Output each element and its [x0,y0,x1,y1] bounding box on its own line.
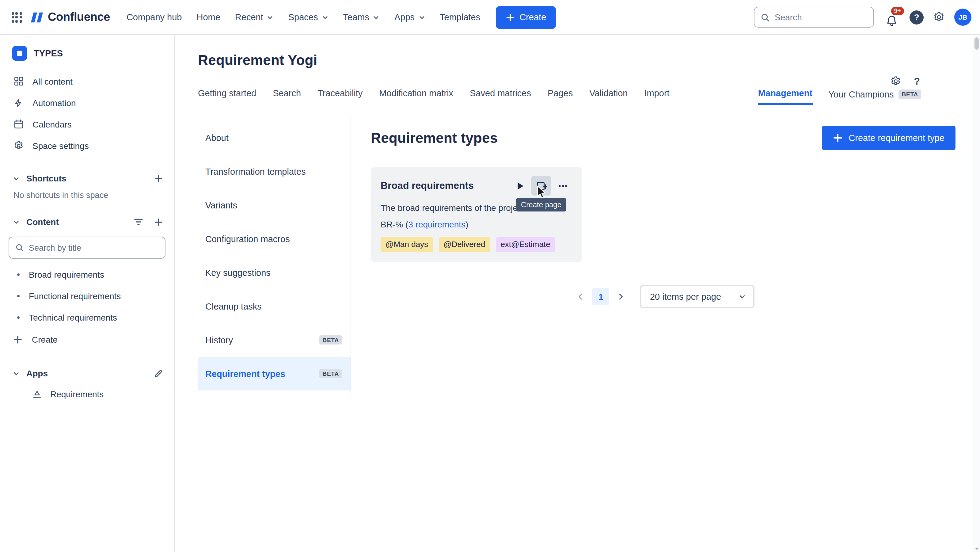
submenu-configuration-macros[interactable]: Configuration macros [198,222,350,256]
shortcuts-collapse-button[interactable] [9,171,23,186]
sidebar-item-space-settings[interactable]: Space settings [7,135,167,156]
notifications-button[interactable]: 9+ [883,7,900,27]
content-search-input[interactable] [29,243,159,252]
chevron-down-icon [738,293,746,300]
apps-collapse-button[interactable] [9,366,23,381]
nav-teams[interactable]: Teams [336,7,387,27]
edit-apps-button[interactable] [151,366,165,381]
plus-icon [154,217,163,226]
tab-getting-started[interactable]: Getting started [198,88,256,105]
chevron-down-icon [373,14,380,21]
global-search-box[interactable] [754,7,874,28]
main-content: Requirement Yogi ? Getting started Searc… [175,35,973,552]
space-sidebar: TYPES All content Automation Calendars S… [0,35,175,552]
plus-icon [505,13,514,22]
requirements-count-link[interactable]: 3 requirements [408,220,466,229]
card-tags: @Man days @Delivered ext@Estimate [380,237,573,251]
content-collapse-button[interactable] [9,215,23,229]
create-requirement-type-button[interactable]: Create requirement type [822,126,956,150]
help-icon: ? [914,76,920,87]
search-icon [760,13,770,22]
more-actions-button[interactable] [553,176,573,196]
help-button[interactable]: ? [910,10,924,24]
confluence-logo[interactable]: Confluence [29,10,110,24]
beta-badge: BETA [319,369,342,379]
tab-pages[interactable]: Pages [547,88,573,105]
gear-icon [890,75,902,87]
page-item-functional-requirements[interactable]: Functional requirements [7,285,167,307]
space-header[interactable]: TYPES [7,43,167,70]
page-title: Requirement Yogi [198,52,973,68]
tab-your-champions[interactable]: Your Champions BETA [828,89,921,105]
play-button[interactable] [510,176,530,196]
submenu-key-suggestions[interactable]: Key suggestions [198,256,350,290]
tab-management[interactable]: Management [758,88,812,105]
panel-title: Requirement types [371,130,498,146]
bullet-dot-icon [17,294,20,297]
submenu-cleanup-tasks[interactable]: Cleanup tasks [198,290,350,323]
app-switcher-button[interactable] [6,7,27,28]
page-item-label: Technical requirements [29,312,117,322]
submenu-requirement-types[interactable]: Requirement types BETA [198,357,350,390]
tag-delivered: @Delivered [439,237,490,251]
sidebar-item-automation[interactable]: Automation [7,92,167,113]
tab-traceability[interactable]: Traceability [318,88,363,105]
global-search-input[interactable] [775,12,867,22]
items-per-page-select[interactable]: 20 items per page [640,285,754,308]
submenu-about[interactable]: About [198,121,350,154]
tab-modification-matrix[interactable]: Modification matrix [379,88,453,105]
nav-recent[interactable]: Recent [228,7,280,27]
scrollbar-thumb[interactable] [975,37,979,50]
app-settings-button[interactable] [890,75,902,87]
create-page-tooltip: Create page [516,198,566,212]
content-search-box[interactable] [9,237,165,259]
pagination: 1 20 items per page [371,285,956,308]
previous-page-button[interactable] [572,288,589,305]
submenu-variants[interactable]: Variants [198,188,350,222]
add-content-button[interactable] [151,215,165,229]
app-item-label: Requirements [50,389,103,399]
chevron-right-icon [617,292,625,301]
tab-validation[interactable]: Validation [589,88,628,105]
sidebar-item-requirements-app[interactable]: Requirements [7,383,167,405]
content-section: Content Broad requirements Functional re… [7,212,167,351]
nav-templates[interactable]: Templates [433,7,487,27]
create-page-button[interactable]: Create page [531,176,551,196]
submenu-transformation-templates[interactable]: Transformation templates [198,154,350,188]
vertical-scrollbar[interactable] [973,35,980,552]
card-title: Broad requirements [380,180,474,191]
sidebar-create-button[interactable]: Create [7,328,167,351]
sidebar-item-label: Space settings [32,141,89,151]
chevron-down-icon [13,370,19,377]
sidebar-item-all-content[interactable]: All content [7,70,167,92]
pencil-icon [154,369,163,378]
nav-spaces[interactable]: Spaces [282,7,335,27]
nav-apps[interactable]: Apps [388,7,432,27]
scrollbar-down-arrow-icon[interactable] [975,548,978,550]
tab-saved-matrices[interactable]: Saved matrices [470,88,531,105]
nav-company-hub[interactable]: Company hub [120,7,189,27]
page-item-label: Broad requirements [29,269,104,279]
tag-ext-estimate: ext@Estimate [495,237,555,251]
filter-content-button[interactable] [131,215,146,229]
chevron-down-icon [13,175,19,182]
sidebar-item-label: All content [32,76,73,86]
sidebar-item-calendars[interactable]: Calendars [7,113,167,135]
card-requirement-key: BR-% (3 requirements) [380,220,573,229]
tab-search[interactable]: Search [273,88,301,105]
primary-nav: Company hub Home Recent Spaces Teams App… [120,7,487,27]
current-page-button[interactable]: 1 [592,288,609,305]
page-item-technical-requirements[interactable]: Technical requirements [7,307,167,328]
nav-home[interactable]: Home [190,7,227,27]
bell-icon [886,15,898,27]
submenu-history[interactable]: History BETA [198,323,350,357]
tab-import[interactable]: Import [644,88,669,105]
global-create-button[interactable]: Create [495,6,556,29]
add-shortcut-button[interactable] [151,171,165,186]
settings-button[interactable] [933,11,945,23]
page-item-broad-requirements[interactable]: Broad requirements [7,264,167,285]
next-page-button[interactable] [612,288,630,305]
avatar[interactable]: JB [954,9,971,26]
chevron-down-icon [322,14,328,21]
app-help-button[interactable]: ? [914,76,920,87]
